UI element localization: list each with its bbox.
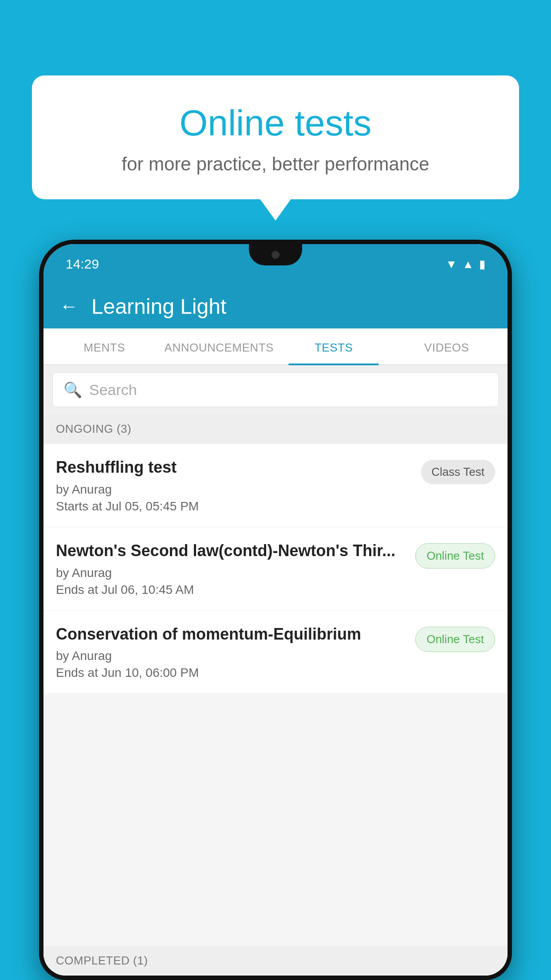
app-header: ← Learning Light — [43, 284, 508, 328]
phone-frame: 14:29 ▼ ▲ ▮ ← Learning Light MENTS ANNOU… — [39, 240, 512, 980]
search-container: 🔍 Search — [43, 365, 508, 414]
test-author: by Anurag — [56, 482, 412, 497]
battery-icon: ▮ — [479, 257, 485, 271]
test-time: Ends at Jun 10, 06:00 PM — [56, 666, 406, 680]
status-bar: 14:29 ▼ ▲ ▮ — [43, 244, 508, 284]
bubble-subtitle: for more practice, better performance — [50, 154, 501, 175]
speech-bubble: Online tests for more practice, better p… — [32, 75, 519, 199]
time-label: Starts at — [56, 499, 102, 513]
back-button[interactable]: ← — [59, 296, 78, 317]
test-name: Reshuffling test — [56, 457, 412, 478]
test-info: Reshuffling test by Anurag Starts at Jul… — [56, 457, 412, 514]
completed-section-header: COMPLETED (1) — [43, 946, 508, 976]
test-info: Conservation of momentum-Equilibrium by … — [56, 624, 406, 680]
test-name: Conservation of momentum-Equilibrium — [56, 624, 406, 645]
time-value: Jul 05, 05:45 PM — [106, 499, 199, 513]
test-info: Newton's Second law(contd)-Newton's Thir… — [56, 541, 406, 597]
test-item[interactable]: Reshuffling test by Anurag Starts at Jul… — [43, 444, 508, 527]
status-time: 14:29 — [66, 257, 99, 272]
test-author: by Anurag — [56, 649, 406, 663]
time-value: Jun 10, 06:00 PM — [102, 666, 199, 680]
test-list: Reshuffling test by Anurag Starts at Jul… — [43, 444, 508, 694]
search-placeholder: Search — [89, 381, 137, 399]
tab-tests[interactable]: TESTS — [277, 328, 390, 364]
notch — [249, 244, 302, 265]
test-badge-online: Online Test — [415, 543, 495, 569]
ongoing-section-header: ONGOING (3) — [43, 414, 508, 444]
time-label: Ends at — [56, 583, 98, 597]
test-time: Starts at Jul 05, 05:45 PM — [56, 499, 412, 514]
camera — [272, 251, 279, 259]
test-author: by Anurag — [56, 566, 406, 580]
status-icons: ▼ ▲ ▮ — [446, 257, 485, 271]
time-value: Jul 06, 10:45 AM — [102, 583, 194, 597]
tab-videos[interactable]: VIDEOS — [390, 328, 503, 364]
phone-screen: 14:29 ▼ ▲ ▮ ← Learning Light MENTS ANNOU… — [43, 244, 508, 976]
test-item[interactable]: Conservation of momentum-Equilibrium by … — [43, 611, 508, 694]
tab-ments[interactable]: MENTS — [48, 328, 161, 364]
tabs-bar: MENTS ANNOUNCEMENTS TESTS VIDEOS — [43, 328, 508, 365]
wifi-icon: ▼ — [446, 257, 457, 271]
tab-announcements[interactable]: ANNOUNCEMENTS — [161, 328, 277, 364]
test-badge-online-2: Online Test — [415, 627, 495, 652]
time-label: Ends at — [56, 666, 98, 680]
search-bar[interactable]: 🔍 Search — [52, 372, 499, 407]
test-time: Ends at Jul 06, 10:45 AM — [56, 583, 406, 597]
test-item[interactable]: Newton's Second law(contd)-Newton's Thir… — [43, 527, 508, 611]
test-name: Newton's Second law(contd)-Newton's Thir… — [56, 541, 406, 561]
signal-icon: ▲ — [462, 257, 474, 271]
bubble-title: Online tests — [50, 102, 501, 144]
app-title: Learning Light — [91, 294, 226, 319]
search-icon: 🔍 — [63, 381, 82, 399]
test-badge-class: Class Test — [421, 460, 495, 484]
